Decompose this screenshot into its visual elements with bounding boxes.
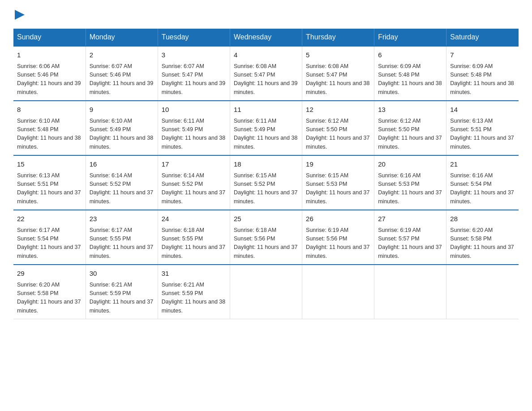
day-info: Sunrise: 6:11 AMSunset: 5:49 PMDaylight:… [234,117,298,152]
day-number: 26 [306,214,370,224]
day-number: 28 [450,214,515,224]
day-number: 24 [162,214,226,224]
day-info: Sunrise: 6:18 AMSunset: 5:56 PMDaylight:… [234,226,298,261]
calendar-day-cell: 22Sunrise: 6:17 AMSunset: 5:54 PMDayligh… [13,210,86,265]
day-info: Sunrise: 6:11 AMSunset: 5:49 PMDaylight:… [162,117,226,152]
svg-marker-0 [15,10,25,20]
calendar-header-cell: Wednesday [230,29,302,46]
calendar-header-cell: Monday [86,29,158,46]
day-number: 5 [306,50,370,60]
day-info: Sunrise: 6:08 AMSunset: 5:47 PMDaylight:… [234,62,298,97]
calendar-day-cell: 25Sunrise: 6:18 AMSunset: 5:56 PMDayligh… [230,210,302,265]
day-number: 31 [162,269,226,279]
day-number: 30 [90,269,154,279]
calendar-day-cell: 29Sunrise: 6:20 AMSunset: 5:58 PMDayligh… [13,265,86,319]
calendar-day-cell: 15Sunrise: 6:13 AMSunset: 5:51 PMDayligh… [13,155,86,210]
calendar-header-cell: Sunday [13,29,86,46]
calendar-day-cell: 23Sunrise: 6:17 AMSunset: 5:55 PMDayligh… [86,210,158,265]
calendar-day-cell: 20Sunrise: 6:16 AMSunset: 5:53 PMDayligh… [374,155,446,210]
day-info: Sunrise: 6:08 AMSunset: 5:47 PMDaylight:… [306,62,370,97]
calendar-header-cell: Friday [374,29,446,46]
calendar-day-cell: 3Sunrise: 6:07 AMSunset: 5:47 PMDaylight… [158,46,230,101]
day-number: 6 [378,50,442,60]
calendar-header-cell: Thursday [302,29,374,46]
calendar-day-cell: 6Sunrise: 6:09 AMSunset: 5:48 PMDaylight… [374,46,446,101]
day-info: Sunrise: 6:17 AMSunset: 5:55 PMDaylight:… [90,226,154,261]
calendar-day-cell: 13Sunrise: 6:12 AMSunset: 5:50 PMDayligh… [374,101,446,155]
calendar-week-row: 29Sunrise: 6:20 AMSunset: 5:58 PMDayligh… [13,265,519,319]
calendar-day-cell: 24Sunrise: 6:18 AMSunset: 5:55 PMDayligh… [158,210,230,265]
day-info: Sunrise: 6:13 AMSunset: 5:51 PMDaylight:… [450,117,515,152]
day-info: Sunrise: 6:12 AMSunset: 5:50 PMDaylight:… [306,117,370,152]
day-info: Sunrise: 6:17 AMSunset: 5:54 PMDaylight:… [17,226,82,261]
day-info: Sunrise: 6:10 AMSunset: 5:48 PMDaylight:… [17,117,82,152]
calendar-day-cell: 14Sunrise: 6:13 AMSunset: 5:51 PMDayligh… [446,101,519,155]
page-header [13,9,519,20]
calendar-week-row: 15Sunrise: 6:13 AMSunset: 5:51 PMDayligh… [13,155,519,210]
day-number: 4 [234,50,298,60]
calendar-day-cell: 16Sunrise: 6:14 AMSunset: 5:52 PMDayligh… [86,155,158,210]
calendar-day-cell: 8Sunrise: 6:10 AMSunset: 5:48 PMDaylight… [13,101,86,155]
day-info: Sunrise: 6:06 AMSunset: 5:46 PMDaylight:… [17,62,82,97]
calendar-day-cell: 19Sunrise: 6:15 AMSunset: 5:53 PMDayligh… [302,155,374,210]
calendar-day-cell: 31Sunrise: 6:21 AMSunset: 5:59 PMDayligh… [158,265,230,319]
calendar-header-cell: Tuesday [158,29,230,46]
calendar-table: SundayMondayTuesdayWednesdayThursdayFrid… [13,29,519,319]
calendar-day-cell [302,265,374,319]
logo-arrow-icon [15,10,25,20]
day-number: 10 [162,105,226,115]
day-info: Sunrise: 6:13 AMSunset: 5:51 PMDaylight:… [17,171,82,206]
day-number: 7 [450,50,515,60]
day-number: 12 [306,105,370,115]
calendar-day-cell: 7Sunrise: 6:09 AMSunset: 5:48 PMDaylight… [446,46,519,101]
day-info: Sunrise: 6:20 AMSunset: 5:58 PMDaylight:… [450,226,515,261]
calendar-day-cell: 17Sunrise: 6:14 AMSunset: 5:52 PMDayligh… [158,155,230,210]
calendar-day-cell: 21Sunrise: 6:16 AMSunset: 5:54 PMDayligh… [446,155,519,210]
day-info: Sunrise: 6:10 AMSunset: 5:49 PMDaylight:… [90,117,154,152]
calendar-day-cell: 26Sunrise: 6:19 AMSunset: 5:56 PMDayligh… [302,210,374,265]
day-number: 21 [450,159,515,170]
day-info: Sunrise: 6:07 AMSunset: 5:46 PMDaylight:… [90,62,154,97]
day-info: Sunrise: 6:15 AMSunset: 5:52 PMDaylight:… [234,171,298,206]
day-info: Sunrise: 6:14 AMSunset: 5:52 PMDaylight:… [162,171,226,206]
calendar-week-row: 22Sunrise: 6:17 AMSunset: 5:54 PMDayligh… [13,210,519,265]
day-info: Sunrise: 6:15 AMSunset: 5:53 PMDaylight:… [306,171,370,206]
day-number: 15 [17,159,82,170]
day-info: Sunrise: 6:09 AMSunset: 5:48 PMDaylight:… [378,62,442,97]
day-info: Sunrise: 6:07 AMSunset: 5:47 PMDaylight:… [162,62,226,97]
calendar-day-cell: 4Sunrise: 6:08 AMSunset: 5:47 PMDaylight… [230,46,302,101]
calendar-day-cell: 30Sunrise: 6:21 AMSunset: 5:59 PMDayligh… [86,265,158,319]
day-number: 11 [234,105,298,115]
calendar-day-cell: 11Sunrise: 6:11 AMSunset: 5:49 PMDayligh… [230,101,302,155]
day-number: 16 [90,159,154,170]
calendar-day-cell: 12Sunrise: 6:12 AMSunset: 5:50 PMDayligh… [302,101,374,155]
day-number: 13 [378,105,442,115]
calendar-day-cell [230,265,302,319]
calendar-week-row: 1Sunrise: 6:06 AMSunset: 5:46 PMDaylight… [13,46,519,101]
calendar-day-cell: 1Sunrise: 6:06 AMSunset: 5:46 PMDaylight… [13,46,86,101]
calendar-day-cell: 10Sunrise: 6:11 AMSunset: 5:49 PMDayligh… [158,101,230,155]
calendar-day-cell: 9Sunrise: 6:10 AMSunset: 5:49 PMDaylight… [86,101,158,155]
calendar-header-row: SundayMondayTuesdayWednesdayThursdayFrid… [13,29,519,46]
calendar-header-cell: Saturday [446,29,519,46]
calendar-week-row: 8Sunrise: 6:10 AMSunset: 5:48 PMDaylight… [13,101,519,155]
day-number: 22 [17,214,82,224]
calendar-day-cell: 5Sunrise: 6:08 AMSunset: 5:47 PMDaylight… [302,46,374,101]
day-info: Sunrise: 6:16 AMSunset: 5:54 PMDaylight:… [450,171,515,206]
day-number: 2 [90,50,154,60]
day-number: 25 [234,214,298,224]
day-number: 23 [90,214,154,224]
calendar-body: 1Sunrise: 6:06 AMSunset: 5:46 PMDaylight… [13,46,519,319]
day-number: 3 [162,50,226,60]
day-number: 19 [306,159,370,170]
day-number: 14 [450,105,515,115]
day-number: 29 [17,269,82,279]
day-info: Sunrise: 6:18 AMSunset: 5:55 PMDaylight:… [162,226,226,261]
logo [13,9,25,20]
day-number: 17 [162,159,226,170]
day-info: Sunrise: 6:12 AMSunset: 5:50 PMDaylight:… [378,117,442,152]
day-info: Sunrise: 6:19 AMSunset: 5:57 PMDaylight:… [378,226,442,261]
day-number: 9 [90,105,154,115]
day-info: Sunrise: 6:19 AMSunset: 5:56 PMDaylight:… [306,226,370,261]
day-info: Sunrise: 6:20 AMSunset: 5:58 PMDaylight:… [17,281,82,316]
